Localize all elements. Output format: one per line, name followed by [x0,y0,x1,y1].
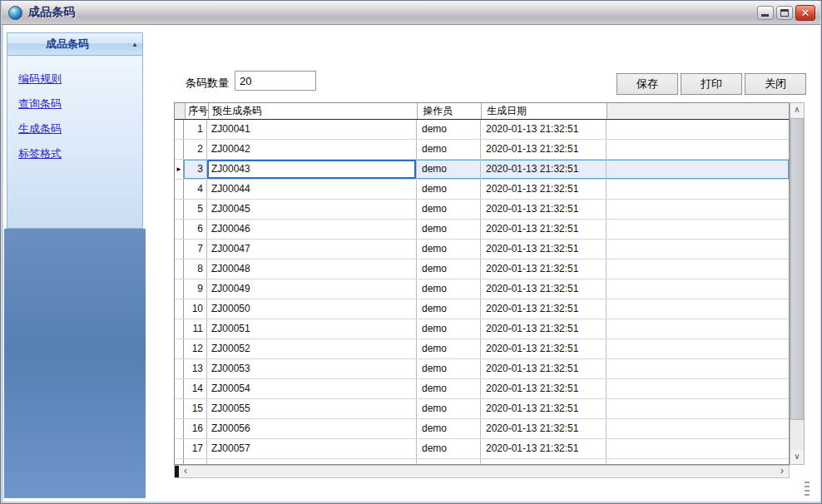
cell-seq[interactable]: 13 [184,359,207,378]
table-row[interactable]: 8ZJ00048demo2020-01-13 21:32:51 [175,259,789,279]
cell-seq[interactable]: 4 [184,180,207,199]
cell-operator[interactable]: demo [417,339,481,358]
cell-operator[interactable]: demo [417,120,481,139]
barcode-quantity-input[interactable] [235,71,316,91]
table-row[interactable]: 10ZJ00050demo2020-01-13 21:32:51 [175,299,789,319]
table-row[interactable]: 11ZJ00051demo2020-01-13 21:32:51 [175,319,789,339]
cell-barcode[interactable]: ZJ00043 [207,160,417,179]
cell-operator[interactable]: demo [417,419,481,438]
cell-filler[interactable] [607,419,789,438]
resize-grip[interactable] [805,482,810,497]
cell-filler[interactable] [607,339,789,358]
cell-filler[interactable] [607,200,789,219]
cell-seq[interactable]: 17 [184,439,207,458]
row-selector[interactable] [175,120,184,139]
cell-seq[interactable]: 15 [184,399,207,418]
cell-operator[interactable]: demo [417,180,481,199]
cell-date[interactable]: 2020-01-13 21:32:51 [481,200,607,219]
table-row[interactable]: 6ZJ00046demo2020-01-13 21:32:51 [175,220,789,240]
cell-seq[interactable]: 2 [184,140,207,159]
cell-seq[interactable]: 9 [184,279,207,299]
close-button[interactable]: ✕ [795,5,815,21]
table-row[interactable]: 7ZJ00047demo2020-01-13 21:32:51 [175,240,789,259]
cell-operator[interactable]: demo [417,299,481,319]
row-selector[interactable] [175,419,184,438]
cell-seq[interactable]: 6 [184,220,207,239]
close-form-button[interactable]: 关闭 [745,73,806,95]
cell-seq[interactable]: 8 [184,259,207,279]
hscroll-track[interactable] [192,466,775,477]
cell-filler[interactable] [607,220,789,239]
cell-operator[interactable]: demo [417,459,481,465]
collapse-arrow-icon[interactable]: ▲ [127,41,142,48]
cell-barcode[interactable]: ZJ00057 [207,439,417,458]
row-selector[interactable] [175,140,184,159]
cell-filler[interactable] [607,180,789,199]
row-selector[interactable] [175,339,184,358]
header-date[interactable]: 生成日期 [482,103,607,119]
cell-filler[interactable] [607,299,789,319]
cell-barcode[interactable]: ZJ00051 [207,319,417,338]
cell-date[interactable]: 2020-01-13 21:32:51 [481,299,607,319]
sidebar-item-query-barcode[interactable]: 查询条码 [7,91,142,116]
cell-seq[interactable]: 12 [184,339,207,358]
scroll-left-icon[interactable]: ‹ [179,466,192,477]
cell-date[interactable]: 2020-01-13 21:32:51 [481,439,607,458]
cell-date[interactable]: 2020-01-13 21:32:51 [481,419,607,438]
cell-seq[interactable]: 3 [184,160,207,179]
header-operator[interactable]: 操作员 [418,103,482,119]
table-row[interactable]: 13ZJ00053demo2020-01-13 21:32:51 [175,359,789,379]
row-selector[interactable] [175,180,184,199]
row-selector[interactable] [175,319,184,338]
table-row[interactable]: 17ZJ00057demo2020-01-13 21:32:51 [175,439,789,459]
table-row[interactable]: 9ZJ00049demo2020-01-13 21:32:51 [175,279,789,299]
cell-filler[interactable] [607,140,789,159]
table-row[interactable]: 2ZJ00042demo2020-01-13 21:32:51 [175,140,789,160]
row-selector[interactable] [175,399,184,418]
cell-filler[interactable] [607,359,789,378]
scroll-right-icon[interactable]: › [775,466,789,477]
cell-operator[interactable]: demo [417,240,481,259]
cell-barcode[interactable]: ZJ00049 [207,279,417,299]
cell-filler[interactable] [607,259,789,279]
header-barcode[interactable]: 预生成条码 [209,103,418,119]
row-selector[interactable] [175,220,184,239]
cell-operator[interactable]: demo [417,439,481,458]
cell-filler[interactable] [607,279,789,299]
cell-barcode[interactable]: ZJ00048 [207,259,417,279]
table-row[interactable]: 1ZJ00041demo2020-01-13 21:32:51 [175,120,789,140]
cell-barcode[interactable]: ZJ00047 [207,240,417,259]
table-row[interactable]: 12ZJ00052demo2020-01-13 21:32:51 [175,339,789,359]
table-row[interactable]: 14ZJ00054demo2020-01-13 21:32:51 [175,379,789,399]
table-row[interactable]: 18ZJ00058demo2020-01-13 21:32:51 [175,459,789,465]
cell-seq[interactable]: 14 [184,379,207,398]
cell-operator[interactable]: demo [417,399,481,418]
row-selector[interactable] [175,379,184,398]
cell-barcode[interactable]: ZJ00050 [207,299,417,319]
scroll-down-icon[interactable]: ∨ [790,450,804,464]
table-row[interactable]: ►3ZJ00043demo2020-01-13 21:32:51 [175,160,789,180]
sidebar-item-encoding-rules[interactable]: 编码规则 [7,67,142,91]
cell-seq[interactable]: 7 [184,240,207,259]
cell-filler[interactable] [607,399,789,418]
header-seq[interactable]: 序号 [186,103,209,119]
cell-seq[interactable]: 16 [184,419,207,438]
row-selector[interactable]: ► [175,160,184,179]
cell-operator[interactable]: demo [417,160,481,179]
row-selector[interactable] [175,459,184,465]
cell-barcode[interactable]: ZJ00046 [207,220,417,239]
cell-barcode[interactable]: ZJ00052 [207,339,417,358]
cell-operator[interactable]: demo [417,319,481,338]
cell-filler[interactable] [607,379,789,398]
cell-operator[interactable]: demo [417,140,481,159]
cell-barcode[interactable]: ZJ00055 [207,399,417,418]
cell-filler[interactable] [607,160,789,179]
cell-seq[interactable]: 18 [184,459,207,465]
cell-seq[interactable]: 11 [184,319,207,338]
row-selector[interactable] [175,259,184,279]
cell-date[interactable]: 2020-01-13 21:32:51 [481,319,607,338]
cell-operator[interactable]: demo [417,220,481,239]
cell-date[interactable]: 2020-01-13 21:32:51 [481,240,607,259]
cell-seq[interactable]: 10 [184,299,207,319]
row-selector[interactable] [175,200,184,219]
